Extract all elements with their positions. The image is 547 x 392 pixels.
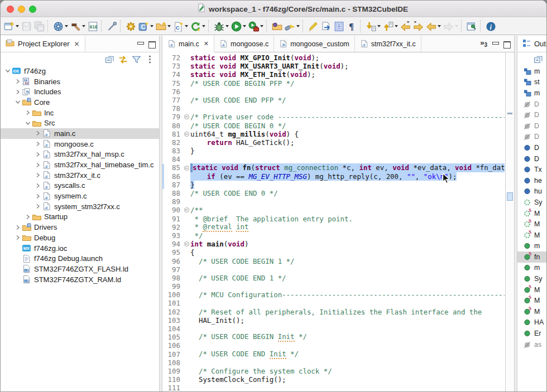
new-c-project-button[interactable]: C xyxy=(137,19,155,33)
code-line-111[interactable]: 111 xyxy=(162,384,505,392)
fold-marker[interactable] xyxy=(183,166,190,171)
code-line-97[interactable]: 97 xyxy=(162,265,505,274)
outline-item-d[interactable]: D xyxy=(517,132,547,143)
minimize-view-button[interactable] xyxy=(492,41,499,47)
next-annotation-button[interactable] xyxy=(364,19,382,33)
code-line-84[interactable]: 84 xyxy=(162,155,505,163)
tree-item-f746zg-debug-launch[interactable]: f746zg Debug.launch xyxy=(1,253,159,264)
fold-marker[interactable] xyxy=(183,132,190,137)
build-hammer-button[interactable] xyxy=(69,19,87,33)
code-line-94[interactable]: 94int main(void) xyxy=(162,240,505,248)
dropdown-caret[interactable] xyxy=(185,25,188,27)
new-c-file-button[interactable]: C xyxy=(172,19,189,33)
highlighter-button[interactable] xyxy=(307,19,320,33)
tree-item-stm32f746zgtx-flash-ld[interactable]: LDSTM32F746ZGTX_FLASH.ld xyxy=(1,264,159,274)
dropdown-caret[interactable] xyxy=(225,25,229,27)
minimize-button[interactable] xyxy=(18,6,25,13)
code-line-93[interactable]: 93 */ xyxy=(162,231,505,240)
tree-item-stm32f7xx-it-c[interactable]: .cstm32f7xx_it.c xyxy=(1,170,159,181)
dropdown-caret[interactable] xyxy=(150,25,153,27)
binary-010-button[interactable]: 010 xyxy=(87,19,99,33)
view-menu-icon[interactable] xyxy=(145,55,155,64)
code-line-89[interactable]: 89 xyxy=(162,197,505,206)
dropdown-caret[interactable] xyxy=(296,25,300,27)
editor-tab-main-c[interactable]: .cmain.c✕ xyxy=(162,36,214,52)
code-line-76[interactable]: 76 xyxy=(162,88,505,96)
outline-item-d[interactable]: D xyxy=(517,109,547,120)
code-line-99[interactable]: 99 xyxy=(162,282,505,291)
expand-arrow[interactable] xyxy=(34,140,42,148)
code-line-77[interactable]: 77/* USER CODE END PFP */ xyxy=(162,96,505,104)
tree-item-startup[interactable]: Startup xyxy=(1,212,159,222)
outline-item-sy[interactable]: Sy xyxy=(517,197,547,208)
code-line-91[interactable]: 91 * @brief The application entry point. xyxy=(162,215,505,223)
code-line-109[interactable]: 109 /* Configure the system clock */ xyxy=(162,367,505,375)
outline-item-ha[interactable]: HA xyxy=(517,317,547,328)
link-with-editor-doc-button[interactable] xyxy=(320,19,333,33)
tree-item-stm32f7xx-hal-timebase-tim-c[interactable]: .cstm32f7xx_hal_timebase_tim.c xyxy=(1,159,159,170)
code-line-88[interactable]: 88/* USER CODE END 0 */ xyxy=(162,189,505,197)
code-line-108[interactable]: 108 xyxy=(162,359,505,367)
expand-arrow[interactable] xyxy=(24,109,32,117)
outline-item-m[interactable]: m xyxy=(517,66,547,77)
search-flashlight-button[interactable] xyxy=(284,19,301,33)
tree-item-system-stm32f7xx-c[interactable]: .csystem_stm32f7xx.c xyxy=(1,201,159,212)
dropdown-caret[interactable] xyxy=(260,25,263,27)
tree-item-binaries[interactable]: 1001Binaries xyxy=(1,76,159,87)
collapse-all-icon[interactable] xyxy=(105,55,114,64)
new-c-folder-button[interactable] xyxy=(155,19,172,33)
prev-annotation-button[interactable] xyxy=(382,19,399,33)
dropdown-caret[interactable] xyxy=(243,25,246,27)
editor-tab-stm32f7xx-it-c[interactable]: .cstm32f7xx_it.c xyxy=(355,36,421,52)
expand-arrow[interactable] xyxy=(34,182,42,190)
code-line-101[interactable]: 101 xyxy=(162,299,505,307)
close-tab-icon[interactable]: ✕ xyxy=(74,40,79,48)
maximize-view-button[interactable] xyxy=(148,41,156,47)
expand-arrow[interactable] xyxy=(14,78,22,85)
tree-item-mongoose-c[interactable]: .cmongoose.c xyxy=(1,139,159,149)
expand-arrow[interactable] xyxy=(14,88,22,96)
tree-item-drivers[interactable]: CDrivers xyxy=(1,222,159,233)
new-wizard-button[interactable] xyxy=(3,19,20,33)
fold-marker[interactable] xyxy=(183,207,190,212)
code-line-85[interactable]: 85static void fn(struct mg_connection *c… xyxy=(162,163,505,172)
maximize-view-button[interactable] xyxy=(503,41,511,47)
dropdown-caret[interactable] xyxy=(395,25,398,27)
outline-item-m[interactable]: SM xyxy=(517,230,547,241)
dropdown-caret[interactable] xyxy=(455,25,458,27)
code-line-107[interactable]: 107 /* USER CODE END Init */ xyxy=(162,350,505,359)
last-edit-location-button[interactable]: * xyxy=(399,19,412,33)
code-line-80[interactable]: 80/* USER CODE BEGIN 0 */ xyxy=(162,122,505,130)
code-line-73[interactable]: 73static void MX_USART3_UART_Init(void); xyxy=(162,62,505,70)
tree-item-f746zg-ioc[interactable]: MXf746zg.ioc xyxy=(1,243,159,254)
code-line-79[interactable]: 79/* Private user code -----------------… xyxy=(162,113,505,121)
code-line-96[interactable]: 96 /* USER CODE BEGIN 1 */ xyxy=(162,257,505,265)
outline-item-he[interactable]: he xyxy=(517,175,547,186)
outline-item-tx[interactable]: Tx xyxy=(517,164,547,175)
tree-item-stm32f746zgtx-ram-ld[interactable]: LDSTM32F746ZGTX_RAM.ld xyxy=(1,274,159,285)
outline-item-m[interactable]: SM xyxy=(517,295,547,306)
dropdown-caret[interactable] xyxy=(438,25,441,27)
dropdown-caret[interactable] xyxy=(202,25,205,27)
dropdown-caret[interactable] xyxy=(377,25,381,27)
new-class-button[interactable] xyxy=(189,19,207,33)
overview-ruler[interactable] xyxy=(505,52,514,392)
outline-item-as[interactable]: as xyxy=(517,339,547,350)
outline-item-d[interactable]: D xyxy=(517,99,547,110)
tree-item-stm32f7xx-hal-msp-c[interactable]: .cstm32f7xx_hal_msp.c xyxy=(1,149,159,160)
run-play-button[interactable] xyxy=(230,19,247,33)
expand-arrow[interactable] xyxy=(34,202,42,210)
code-line-105[interactable]: 105 /* USER CODE BEGIN Init */ xyxy=(162,333,505,341)
editor-tab-mongoose-c[interactable]: .cmongoose.c xyxy=(214,36,274,52)
pilcrow-button[interactable]: ¶ xyxy=(346,19,358,33)
outline-item-m[interactable]: m xyxy=(517,263,547,274)
outline-item-m[interactable]: m xyxy=(517,88,547,99)
outline-item-m[interactable]: SM xyxy=(517,219,547,230)
code-line-87[interactable]: 87} xyxy=(162,181,505,189)
expand-arrow[interactable] xyxy=(24,119,32,127)
open-resource-button[interactable] xyxy=(271,19,284,33)
needle-button[interactable] xyxy=(105,19,118,33)
device-config-wheel-button[interactable] xyxy=(52,19,69,33)
code-line-72[interactable]: 72static void MX_GPIO_Init(void); xyxy=(162,54,505,62)
tree-item-sysmem-c[interactable]: .csysmem.c xyxy=(1,191,159,201)
